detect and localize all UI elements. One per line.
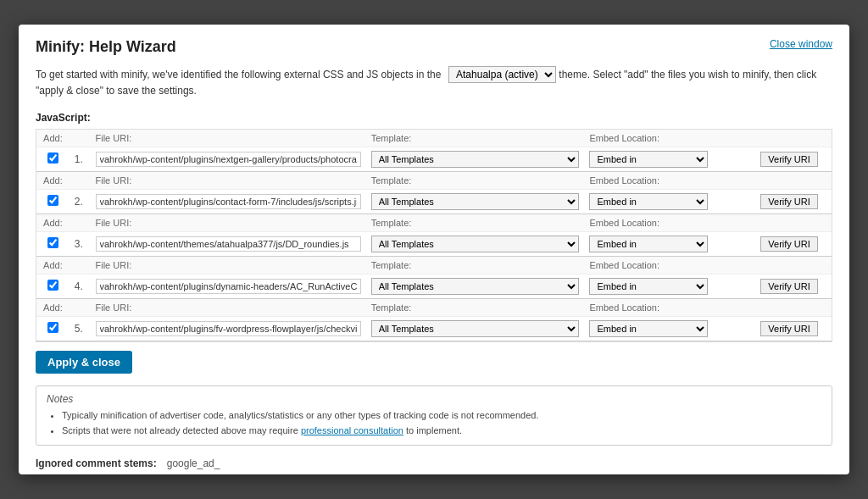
template-header-1: Template:	[366, 130, 585, 147]
verify-cell-2: Verify URI	[755, 189, 832, 213]
row-header-2: Add: File URI: Template: Embed Location:	[36, 171, 832, 189]
template-select-3[interactable]: All TemplatesDefault TemplateCustom Temp…	[371, 236, 580, 252]
template-select-5[interactable]: All TemplatesDefault TemplateCustom Temp…	[371, 320, 580, 337]
file-uri-input-3[interactable]	[96, 236, 361, 252]
verify-cell-1: Verify URI	[755, 147, 832, 171]
ignored-label: Ignored comment stems:	[36, 457, 157, 469]
template-header-5: Template:	[366, 298, 585, 316]
template-header-2: Template:	[366, 171, 585, 189]
row-num-4: 4.	[70, 274, 91, 298]
add-header-2: Add:	[36, 171, 70, 189]
template-header-4: Template:	[366, 256, 585, 274]
embed-select-1[interactable]: Embed in Embed in Embed in footer	[589, 151, 708, 168]
num-header-1	[70, 130, 91, 147]
verify-cell-4: Verify URI	[755, 274, 832, 298]
apply-close-button[interactable]: Apply & close	[36, 351, 132, 374]
theme-select[interactable]: Atahualpa (active)	[448, 66, 556, 83]
row-header-5: Add: File URI: Template: Embed Location:	[36, 298, 832, 316]
row-num-1: 1.	[70, 147, 91, 171]
file-uri-input-4[interactable]	[96, 279, 361, 294]
description-before: To get started with minify, we've identi…	[36, 69, 441, 80]
verify-cell-3: Verify URI	[755, 231, 832, 256]
add-checkbox-1[interactable]	[47, 152, 58, 164]
file-uri-cell-3	[91, 231, 366, 256]
add-checkbox-cell-1	[36, 147, 70, 171]
file-uri-cell-4	[91, 274, 366, 298]
add-checkbox-cell-2	[36, 189, 70, 213]
modal-title: Minify: Help Wizard	[36, 38, 176, 56]
template-select-4[interactable]: All TemplatesDefault TemplateCustom Temp…	[371, 278, 580, 295]
verify-header-3	[755, 213, 832, 231]
ignored-value: google_ad_	[167, 457, 220, 469]
table-row-3: 3. All TemplatesDefault TemplateCustom T…	[36, 231, 832, 256]
add-checkbox-cell-5	[36, 316, 70, 341]
notes-list: Typically minification of advertiser cod…	[47, 408, 821, 438]
embed-select-4[interactable]: Embed in Embed in Embed in footer	[589, 278, 708, 295]
add-checkbox-2[interactable]	[47, 195, 58, 206]
num-header-2	[70, 171, 91, 189]
professional-consultation-link[interactable]: professional consultation	[301, 425, 403, 435]
table-row-2: 2. All TemplatesDefault TemplateCustom T…	[36, 189, 832, 213]
verify-cell-5: Verify URI	[755, 316, 832, 341]
verify-btn-3[interactable]: Verify URI	[760, 236, 818, 252]
apply-button-wrapper: Apply & close	[19, 342, 849, 382]
embed-select-3[interactable]: Embed in Embed in Embed in footer	[589, 236, 708, 252]
table-row-4: 4. All TemplatesDefault TemplateCustom T…	[36, 274, 832, 298]
file-uri-input-1[interactable]	[96, 152, 361, 167]
verify-btn-2[interactable]: Verify URI	[760, 194, 818, 209]
add-checkbox-5[interactable]	[47, 322, 58, 333]
table-row-1: 1. All TemplatesDefault TemplateCustom T…	[36, 147, 832, 171]
modal-description: To get started with minify, we've identi…	[19, 63, 849, 108]
template-select-2[interactable]: All TemplatesDefault TemplateCustom Temp…	[371, 193, 580, 210]
notes-item-2: Scripts that were not already detected a…	[62, 424, 821, 439]
add-checkbox-3[interactable]	[47, 237, 58, 248]
row-header-4: Add: File URI: Template: Embed Location:	[36, 256, 832, 274]
embed-header-3: Embed Location:	[584, 213, 755, 231]
template-cell-5: All TemplatesDefault TemplateCustom Temp…	[366, 316, 585, 341]
embed-header-5: Embed Location:	[584, 298, 755, 316]
row-num-2: 2.	[70, 189, 91, 213]
template-header-3: Template:	[366, 213, 585, 231]
help-wizard-modal: Minify: Help Wizard Close window To get …	[19, 25, 849, 474]
file-uri-cell-2	[91, 189, 366, 213]
js-file-table: Add: File URI: Template: Embed Location:…	[36, 130, 832, 341]
add-checkbox-cell-3	[36, 231, 70, 256]
js-file-table-container: Add: File URI: Template: Embed Location:…	[36, 129, 832, 342]
verify-header-4	[755, 256, 832, 274]
notes-item-1: Typically minification of advertiser cod…	[62, 408, 821, 424]
verify-btn-1[interactable]: Verify URI	[760, 152, 818, 167]
embed-cell-2: Embed in Embed in Embed in footer	[584, 189, 755, 213]
close-window-link[interactable]: Close window	[770, 38, 832, 50]
file-uri-cell-1	[91, 147, 366, 171]
row-num-5: 5.	[70, 316, 91, 341]
row-header-1: Add: File URI: Template: Embed Location:	[36, 130, 832, 147]
add-checkbox-cell-4	[36, 274, 70, 298]
embed-cell-5: Embed in Embed in Embed in footer	[584, 316, 755, 341]
template-cell-1: All TemplatesDefault TemplateCustom Temp…	[366, 147, 585, 171]
theme-select-wrapper: Atahualpa (active)	[444, 66, 556, 83]
row-num-3: 3.	[70, 231, 91, 256]
embed-select-2[interactable]: Embed in Embed in Embed in footer	[589, 193, 708, 210]
file-uri-header-2: File URI:	[91, 171, 366, 189]
modal-header: Minify: Help Wizard Close window	[19, 25, 849, 63]
verify-btn-5[interactable]: Verify URI	[760, 321, 818, 336]
embed-header-1: Embed Location:	[584, 130, 755, 147]
file-uri-header-1: File URI:	[91, 130, 366, 147]
add-header-5: Add:	[36, 298, 70, 316]
embed-select-5[interactable]: Embed in Embed in Embed in footer	[589, 320, 708, 337]
file-uri-header-4: File URI:	[91, 256, 366, 274]
num-header-3	[70, 213, 91, 231]
add-checkbox-4[interactable]	[47, 280, 58, 291]
add-header-4: Add:	[36, 256, 70, 274]
add-header-1: Add:	[36, 130, 70, 147]
template-select-1[interactable]: All TemplatesDefault TemplateCustom Temp…	[371, 151, 580, 168]
file-uri-input-2[interactable]	[96, 194, 361, 209]
embed-header-2: Embed Location:	[584, 171, 755, 189]
file-uri-input-5[interactable]	[96, 321, 361, 336]
file-uri-cell-5	[91, 316, 366, 341]
num-header-5	[70, 298, 91, 316]
embed-cell-1: Embed in Embed in Embed in footer	[584, 147, 755, 171]
embed-cell-3: Embed in Embed in Embed in footer	[584, 231, 755, 256]
verify-btn-4[interactable]: Verify URI	[760, 279, 818, 294]
verify-header-2	[755, 171, 832, 189]
